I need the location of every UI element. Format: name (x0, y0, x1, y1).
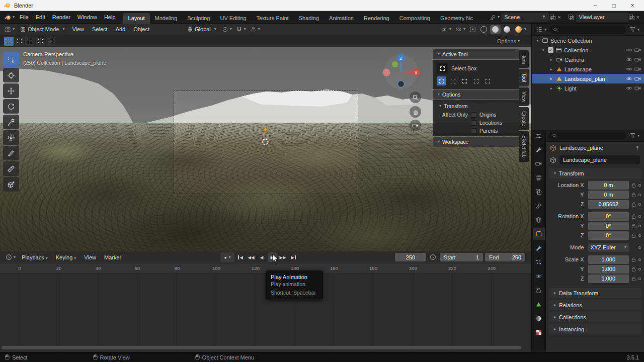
animate-dot[interactable] (638, 184, 641, 187)
transform-subpanel-header[interactable]: ▾Transform (433, 102, 519, 111)
viewport-3d[interactable]: Camera Perspective (250) Collection | La… (0, 47, 531, 251)
np-select-extend-button[interactable] (448, 76, 458, 85)
mode-selector[interactable]: Object Mode ▾ (17, 25, 67, 34)
hide-viewport-icon[interactable] (626, 47, 632, 53)
transform-orientation-selector[interactable]: Global ▾ (184, 25, 219, 34)
expander-icon[interactable]: ▾ (541, 48, 546, 52)
tab-scene-properties[interactable] (533, 200, 545, 212)
minimize-button[interactable]: – (588, 0, 603, 11)
lock-icon[interactable] (631, 223, 636, 229)
instancing-panel[interactable]: ▸Instancing (549, 324, 641, 334)
location-y-field[interactable]: 0 m (588, 191, 629, 199)
timeline-editor-type-button[interactable]: ▾ (4, 254, 17, 260)
tool-add-primitive[interactable] (3, 177, 19, 192)
tab-particle-properties[interactable] (533, 256, 545, 268)
zoom-button[interactable] (410, 92, 421, 103)
tool-transform[interactable] (3, 130, 19, 145)
menu-edit[interactable]: Edit (32, 13, 49, 21)
prev-keyframe-button[interactable]: ◀◀ (247, 252, 256, 262)
menu-render[interactable]: Render (49, 13, 74, 21)
relations-panel[interactable]: ▸Relations (549, 300, 641, 310)
active-tool-row[interactable]: Select Box (433, 61, 519, 75)
tab-uv-editing[interactable]: UV Editing (215, 13, 251, 24)
disable-render-icon[interactable] (634, 66, 641, 72)
tab-texture-properties[interactable] (533, 326, 545, 338)
shading-wireframe-button[interactable] (478, 25, 489, 34)
properties-filter-button[interactable]: ▾ (628, 132, 641, 139)
pan-button[interactable] (410, 106, 421, 118)
rotation-y-field[interactable]: 0° (588, 222, 629, 230)
outliner-filter-button[interactable]: ▾ (628, 26, 641, 33)
tab-geometry-nodes[interactable]: Geometry Nc (435, 13, 478, 24)
select-mode-extend-button[interactable] (15, 37, 24, 46)
tab-create[interactable]: Create (519, 107, 529, 130)
lock-icon[interactable] (631, 257, 636, 262)
xray-toggle-button[interactable] (468, 26, 477, 33)
shading-material-button[interactable] (502, 25, 512, 34)
close-button[interactable]: × (625, 0, 640, 11)
tool-annotate[interactable] (3, 146, 19, 160)
tab-modifier-properties[interactable] (533, 242, 545, 254)
hide-viewport-icon[interactable] (626, 66, 632, 72)
tab-animation[interactable]: Animation (324, 13, 359, 24)
expander-icon[interactable]: ▸ (549, 57, 554, 62)
hide-viewport-icon[interactable] (626, 56, 632, 63)
menu-keying[interactable]: Keying▾ (52, 253, 80, 261)
collections-panel[interactable]: ▸Collections (549, 312, 641, 322)
tab-view[interactable]: View (519, 87, 529, 107)
pin-icon[interactable] (541, 15, 546, 20)
tab-world-properties[interactable] (533, 214, 545, 226)
np-select-invert-button[interactable] (471, 76, 481, 85)
lock-icon[interactable] (631, 276, 636, 282)
hide-viewport-icon[interactable] (626, 75, 632, 82)
select-mode-subtract-button[interactable] (25, 37, 35, 46)
tab-texture-paint[interactable]: Texture Paint (251, 13, 293, 24)
camera-view-button[interactable] (410, 120, 421, 131)
tab-tool[interactable]: Tool (519, 69, 529, 86)
tab-view-layer-properties[interactable] (533, 186, 545, 198)
properties-editor-type-button[interactable] (534, 133, 543, 139)
disable-render-icon[interactable] (634, 56, 641, 63)
disable-render-icon[interactable] (634, 85, 641, 92)
outliner-row-landscape-plane[interactable]: ▸ Landscape_plan (532, 74, 644, 83)
remove-viewlayer-button[interactable]: × (635, 14, 641, 20)
tab-shading[interactable]: Shading (294, 13, 324, 24)
disable-render-icon[interactable] (634, 47, 641, 53)
rotation-mode-dropdown[interactable]: XYZ Euler▾ (588, 243, 629, 252)
tab-sculpting[interactable]: Sculpting (182, 13, 215, 24)
proportional-edit-button[interactable]: ▾ (249, 26, 262, 33)
scale-z-field[interactable]: 1.000 (588, 275, 629, 283)
tool-move[interactable] (3, 83, 19, 98)
object-origin-dot[interactable] (264, 128, 267, 131)
snap-button[interactable]: ▾ (234, 26, 248, 33)
new-viewlayer-icon[interactable] (628, 14, 635, 21)
shading-solid-button[interactable] (490, 25, 501, 34)
tab-modeling[interactable]: Modeling (150, 13, 183, 24)
tab-layout[interactable]: Layout (123, 13, 150, 24)
expander-icon[interactable]: ▸ (549, 76, 554, 81)
show-overlays-button[interactable]: ▾ (454, 26, 467, 33)
animate-dot[interactable] (638, 278, 641, 280)
rotation-x-field[interactable]: 0° (588, 212, 629, 221)
menu-marker[interactable]: Marker (101, 253, 125, 261)
unlink-scene-button[interactable]: × (556, 14, 562, 20)
menu-timeline-view[interactable]: View (80, 253, 100, 261)
outliner-editor-type-button[interactable]: ▾ (535, 26, 548, 33)
tool-select-box[interactable] (3, 52, 19, 67)
animate-dot[interactable] (638, 246, 641, 249)
jump-to-end-button[interactable]: ▶ (289, 252, 298, 262)
tab-render-properties[interactable] (533, 157, 545, 169)
preview-range-button[interactable] (428, 254, 438, 260)
outliner-row-camera[interactable]: ▸ Camera (532, 55, 644, 64)
scene-selector[interactable]: Scene (501, 13, 549, 22)
editor-type-button[interactable]: ▾ (3, 26, 16, 33)
tool-measure[interactable] (3, 161, 19, 176)
parents-checkbox[interactable] (471, 128, 476, 134)
lock-icon[interactable] (631, 233, 636, 238)
expander-icon[interactable]: ▸ (549, 86, 554, 90)
tool-scale[interactable] (3, 115, 19, 129)
menu-file[interactable]: File (16, 13, 32, 21)
expander-icon[interactable]: ▾ (535, 38, 540, 43)
workspace-panel-header[interactable]: ▸Workspace (433, 137, 519, 147)
menu-view[interactable]: View (68, 25, 88, 33)
